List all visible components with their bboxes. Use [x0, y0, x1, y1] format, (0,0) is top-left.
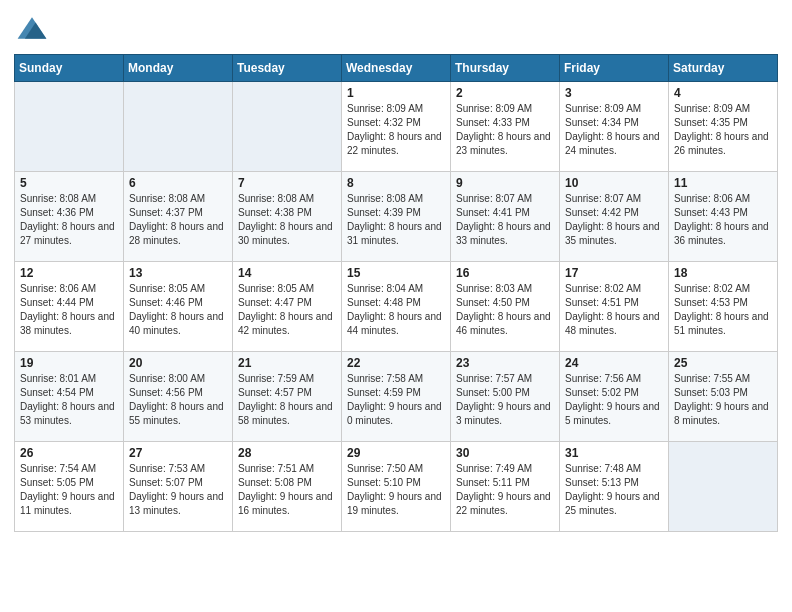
day-number: 11 [674, 176, 772, 190]
day-info: Sunrise: 8:07 AMSunset: 4:42 PMDaylight:… [565, 192, 663, 248]
weekday-header-monday: Monday [124, 55, 233, 82]
calendar-cell [669, 442, 778, 532]
day-info: Sunrise: 8:02 AMSunset: 4:53 PMDaylight:… [674, 282, 772, 338]
day-number: 7 [238, 176, 336, 190]
calendar-cell: 5Sunrise: 8:08 AMSunset: 4:36 PMDaylight… [15, 172, 124, 262]
day-number: 10 [565, 176, 663, 190]
calendar-cell: 19Sunrise: 8:01 AMSunset: 4:54 PMDayligh… [15, 352, 124, 442]
day-number: 25 [674, 356, 772, 370]
day-info: Sunrise: 8:05 AMSunset: 4:47 PMDaylight:… [238, 282, 336, 338]
week-row-3: 12Sunrise: 8:06 AMSunset: 4:44 PMDayligh… [15, 262, 778, 352]
calendar-cell: 1Sunrise: 8:09 AMSunset: 4:32 PMDaylight… [342, 82, 451, 172]
day-number: 29 [347, 446, 445, 460]
calendar-cell: 8Sunrise: 8:08 AMSunset: 4:39 PMDaylight… [342, 172, 451, 262]
day-number: 17 [565, 266, 663, 280]
day-info: Sunrise: 8:08 AMSunset: 4:36 PMDaylight:… [20, 192, 118, 248]
day-info: Sunrise: 7:50 AMSunset: 5:10 PMDaylight:… [347, 462, 445, 518]
day-info: Sunrise: 7:57 AMSunset: 5:00 PMDaylight:… [456, 372, 554, 428]
weekday-header-thursday: Thursday [451, 55, 560, 82]
day-number: 20 [129, 356, 227, 370]
weekday-header-friday: Friday [560, 55, 669, 82]
calendar-cell [233, 82, 342, 172]
calendar-cell: 3Sunrise: 8:09 AMSunset: 4:34 PMDaylight… [560, 82, 669, 172]
day-number: 14 [238, 266, 336, 280]
day-info: Sunrise: 7:53 AMSunset: 5:07 PMDaylight:… [129, 462, 227, 518]
day-info: Sunrise: 8:00 AMSunset: 4:56 PMDaylight:… [129, 372, 227, 428]
page: SundayMondayTuesdayWednesdayThursdayFrid… [0, 0, 792, 546]
day-number: 21 [238, 356, 336, 370]
day-number: 27 [129, 446, 227, 460]
calendar-cell: 25Sunrise: 7:55 AMSunset: 5:03 PMDayligh… [669, 352, 778, 442]
calendar-cell: 18Sunrise: 8:02 AMSunset: 4:53 PMDayligh… [669, 262, 778, 352]
day-info: Sunrise: 8:04 AMSunset: 4:48 PMDaylight:… [347, 282, 445, 338]
day-info: Sunrise: 8:09 AMSunset: 4:34 PMDaylight:… [565, 102, 663, 158]
day-info: Sunrise: 7:58 AMSunset: 4:59 PMDaylight:… [347, 372, 445, 428]
calendar-cell: 4Sunrise: 8:09 AMSunset: 4:35 PMDaylight… [669, 82, 778, 172]
day-info: Sunrise: 7:49 AMSunset: 5:11 PMDaylight:… [456, 462, 554, 518]
day-info: Sunrise: 8:06 AMSunset: 4:43 PMDaylight:… [674, 192, 772, 248]
day-number: 19 [20, 356, 118, 370]
day-info: Sunrise: 8:02 AMSunset: 4:51 PMDaylight:… [565, 282, 663, 338]
calendar-cell: 10Sunrise: 8:07 AMSunset: 4:42 PMDayligh… [560, 172, 669, 262]
day-number: 28 [238, 446, 336, 460]
day-number: 8 [347, 176, 445, 190]
day-info: Sunrise: 8:03 AMSunset: 4:50 PMDaylight:… [456, 282, 554, 338]
calendar-cell: 2Sunrise: 8:09 AMSunset: 4:33 PMDaylight… [451, 82, 560, 172]
calendar-cell: 14Sunrise: 8:05 AMSunset: 4:47 PMDayligh… [233, 262, 342, 352]
calendar-cell: 7Sunrise: 8:08 AMSunset: 4:38 PMDaylight… [233, 172, 342, 262]
day-info: Sunrise: 8:07 AMSunset: 4:41 PMDaylight:… [456, 192, 554, 248]
day-info: Sunrise: 8:08 AMSunset: 4:38 PMDaylight:… [238, 192, 336, 248]
weekday-header-sunday: Sunday [15, 55, 124, 82]
calendar-cell: 11Sunrise: 8:06 AMSunset: 4:43 PMDayligh… [669, 172, 778, 262]
day-number: 12 [20, 266, 118, 280]
day-number: 4 [674, 86, 772, 100]
day-number: 1 [347, 86, 445, 100]
calendar-cell: 21Sunrise: 7:59 AMSunset: 4:57 PMDayligh… [233, 352, 342, 442]
calendar-cell: 16Sunrise: 8:03 AMSunset: 4:50 PMDayligh… [451, 262, 560, 352]
day-info: Sunrise: 8:08 AMSunset: 4:39 PMDaylight:… [347, 192, 445, 248]
week-row-4: 19Sunrise: 8:01 AMSunset: 4:54 PMDayligh… [15, 352, 778, 442]
week-row-1: 1Sunrise: 8:09 AMSunset: 4:32 PMDaylight… [15, 82, 778, 172]
day-info: Sunrise: 7:56 AMSunset: 5:02 PMDaylight:… [565, 372, 663, 428]
week-row-2: 5Sunrise: 8:08 AMSunset: 4:36 PMDaylight… [15, 172, 778, 262]
day-number: 18 [674, 266, 772, 280]
day-info: Sunrise: 8:06 AMSunset: 4:44 PMDaylight:… [20, 282, 118, 338]
day-info: Sunrise: 7:59 AMSunset: 4:57 PMDaylight:… [238, 372, 336, 428]
calendar-cell [124, 82, 233, 172]
day-number: 5 [20, 176, 118, 190]
calendar-cell: 26Sunrise: 7:54 AMSunset: 5:05 PMDayligh… [15, 442, 124, 532]
calendar-cell: 29Sunrise: 7:50 AMSunset: 5:10 PMDayligh… [342, 442, 451, 532]
weekday-header-saturday: Saturday [669, 55, 778, 82]
logo [14, 10, 54, 46]
calendar-cell: 28Sunrise: 7:51 AMSunset: 5:08 PMDayligh… [233, 442, 342, 532]
day-info: Sunrise: 8:01 AMSunset: 4:54 PMDaylight:… [20, 372, 118, 428]
calendar-cell: 23Sunrise: 7:57 AMSunset: 5:00 PMDayligh… [451, 352, 560, 442]
day-number: 2 [456, 86, 554, 100]
day-info: Sunrise: 8:08 AMSunset: 4:37 PMDaylight:… [129, 192, 227, 248]
day-number: 23 [456, 356, 554, 370]
calendar-cell: 27Sunrise: 7:53 AMSunset: 5:07 PMDayligh… [124, 442, 233, 532]
calendar-cell: 17Sunrise: 8:02 AMSunset: 4:51 PMDayligh… [560, 262, 669, 352]
day-number: 22 [347, 356, 445, 370]
day-info: Sunrise: 7:54 AMSunset: 5:05 PMDaylight:… [20, 462, 118, 518]
day-number: 24 [565, 356, 663, 370]
day-number: 3 [565, 86, 663, 100]
day-info: Sunrise: 7:48 AMSunset: 5:13 PMDaylight:… [565, 462, 663, 518]
day-number: 15 [347, 266, 445, 280]
calendar-cell: 6Sunrise: 8:08 AMSunset: 4:37 PMDaylight… [124, 172, 233, 262]
logo-icon [14, 10, 50, 46]
calendar-cell: 15Sunrise: 8:04 AMSunset: 4:48 PMDayligh… [342, 262, 451, 352]
calendar-cell [15, 82, 124, 172]
header [14, 10, 778, 46]
calendar-cell: 31Sunrise: 7:48 AMSunset: 5:13 PMDayligh… [560, 442, 669, 532]
day-info: Sunrise: 8:09 AMSunset: 4:32 PMDaylight:… [347, 102, 445, 158]
calendar-cell: 24Sunrise: 7:56 AMSunset: 5:02 PMDayligh… [560, 352, 669, 442]
day-number: 31 [565, 446, 663, 460]
day-info: Sunrise: 8:09 AMSunset: 4:33 PMDaylight:… [456, 102, 554, 158]
calendar-cell: 30Sunrise: 7:49 AMSunset: 5:11 PMDayligh… [451, 442, 560, 532]
weekday-header-tuesday: Tuesday [233, 55, 342, 82]
day-number: 13 [129, 266, 227, 280]
calendar-cell: 12Sunrise: 8:06 AMSunset: 4:44 PMDayligh… [15, 262, 124, 352]
calendar-cell: 9Sunrise: 8:07 AMSunset: 4:41 PMDaylight… [451, 172, 560, 262]
calendar-cell: 20Sunrise: 8:00 AMSunset: 4:56 PMDayligh… [124, 352, 233, 442]
